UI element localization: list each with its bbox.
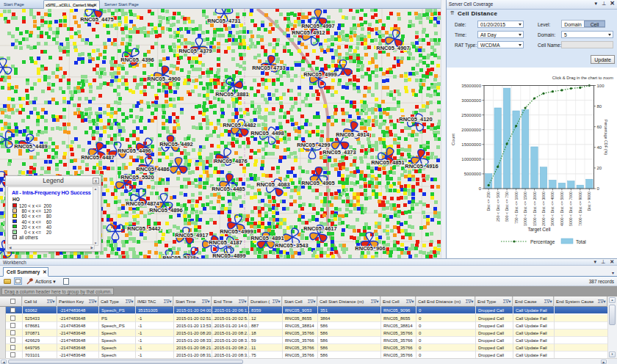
svg-text:Total: Total: [576, 239, 586, 244]
svg-text:RNC05_906: RNC05_906: [355, 245, 385, 252]
svg-text:100: 100: [597, 84, 605, 88]
svg-text:25000000: 25000000: [461, 113, 481, 117]
svg-text:RNC05_4475: RNC05_4475: [80, 16, 113, 23]
svg-text:RNC05_4914: RNC05_4914: [336, 131, 369, 138]
svg-text:RNC05_4997: RNC05_4997: [301, 23, 334, 29]
svg-text:Percentage CDF (%): Percentage CDF (%): [604, 120, 608, 155]
svg-text:5000 < Dist <= 7000: 5000 < Dist <= 7000: [569, 192, 573, 226]
svg-text:35000000: 35000000: [461, 84, 481, 88]
svg-text:RNC05_4731: RNC05_4731: [207, 18, 240, 24]
svg-text:2000 < Dist <= 3000: 2000 < Dist <= 3000: [541, 192, 546, 226]
svg-text:RNC05_4496: RNC05_4496: [118, 148, 151, 154]
svg-text:RNC05_4900: RNC05_4900: [147, 76, 180, 82]
svg-text:RNC05_4851: RNC05_4851: [371, 159, 404, 166]
svg-text:1000 < Dist <= 1500: 1000 < Dist <= 1500: [523, 192, 527, 226]
svg-text:RNC05_4896: RNC05_4896: [149, 207, 182, 214]
svg-text:40: 40: [597, 145, 602, 150]
svg-text:5000000: 5000000: [464, 172, 482, 176]
svg-text:RNC05_4379: RNC05_4379: [178, 48, 212, 54]
svg-text:750 < Dist <= 1000: 750 < Dist <= 1000: [514, 192, 519, 224]
svg-text:7000 < Dist <= 9000: 7000 < Dist <= 9000: [578, 192, 582, 226]
svg-text:RNC05_5520: RNC05_5520: [120, 174, 154, 181]
svg-text:RNC05_4876: RNC05_4876: [214, 158, 247, 164]
svg-text:RNC05_4299: RNC05_4299: [297, 142, 330, 148]
svg-text:RNC05_4120: RNC05_4120: [399, 116, 432, 123]
svg-text:RNC05_3543: RNC05_3543: [275, 242, 308, 249]
svg-text:RNC05_5442: RNC05_5442: [127, 225, 160, 232]
svg-text:RNC05_4485: RNC05_4485: [212, 186, 245, 192]
svg-text:RNC05_4999: RNC05_4999: [303, 71, 336, 78]
svg-text:80: 80: [597, 104, 602, 109]
svg-text:20: 20: [597, 166, 602, 170]
svg-text:RNC05_4083: RNC05_4083: [256, 181, 289, 188]
svg-text:RNC05_4905: RNC05_4905: [301, 180, 334, 186]
svg-text:Target Cell: Target Cell: [527, 227, 551, 233]
svg-text:0: 0: [597, 186, 600, 191]
svg-text:250 < Dist <= 500: 250 < Dist <= 500: [496, 192, 500, 222]
svg-text:15000000: 15000000: [461, 142, 481, 147]
svg-text:1500 < Dist <= 2000: 1500 < Dist <= 2000: [533, 192, 537, 226]
svg-text:Dist <= 250: Dist <= 250: [486, 192, 491, 211]
svg-text:30000000: 30000000: [461, 98, 481, 103]
svg-text:10000000: 10000000: [461, 157, 481, 161]
svg-text:RNC05_4487: RNC05_4487: [81, 154, 114, 161]
svg-text:RNC05_4396: RNC05_4396: [120, 57, 154, 63]
svg-text:RNC05_4917: RNC05_4917: [175, 232, 208, 239]
svg-text:RNC05_4912: RNC05_4912: [292, 29, 325, 36]
svg-text:RNC05_4907: RNC05_4907: [376, 45, 409, 51]
svg-text:3000 < Dist <= 4000: 3000 < Dist <= 4000: [550, 192, 555, 226]
svg-text:RNC05_4486: RNC05_4486: [136, 166, 169, 172]
svg-text:RNC05_4874: RNC05_4874: [126, 200, 159, 207]
svg-text:RNC05_4373: RNC05_4373: [322, 149, 356, 156]
svg-text:RNC05_4899: RNC05_4899: [212, 252, 245, 258]
svg-text:RNC05_4489: RNC05_4489: [14, 143, 47, 150]
svg-text:60: 60: [597, 125, 602, 129]
svg-text:4000 < Dist <= 5000: 4000 < Dist <= 5000: [560, 192, 564, 226]
svg-text:20000000: 20000000: [461, 128, 481, 132]
svg-text:RNC05_4617: RNC05_4617: [303, 225, 336, 232]
svg-text:RNC05_4916: RNC05_4916: [405, 163, 438, 170]
svg-text:Count: Count: [451, 134, 455, 145]
svg-text:RNC05_3881: RNC05_3881: [215, 91, 248, 98]
svg-text:RNC05_4733: RNC05_4733: [252, 65, 285, 71]
svg-text:RNC05_4891: RNC05_4891: [250, 235, 284, 241]
svg-text:0: 0: [479, 186, 482, 191]
svg-text:500 < Dist <= 750: 500 < Dist <= 750: [505, 192, 509, 222]
svg-text:RNC05_4482: RNC05_4482: [223, 122, 256, 128]
svg-text:RNC05_4999: RNC05_4999: [220, 228, 253, 235]
svg-text:Percentage: Percentage: [530, 239, 555, 245]
svg-text:RNC05_4492: RNC05_4492: [159, 141, 192, 148]
svg-text:RNC05_4498: RNC05_4498: [250, 130, 284, 136]
svg-text:RNC05_4187: RNC05_4187: [209, 239, 242, 246]
svg-text:Dist > 9000: Dist > 9000: [587, 192, 591, 211]
